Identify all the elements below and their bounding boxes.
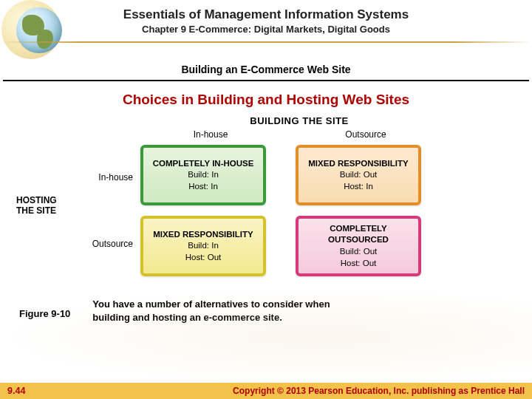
matrix-left-axis-label: HOSTING THE SITE xyxy=(16,195,75,216)
cell-line: Host: Out xyxy=(143,252,263,264)
cell-completely-inhouse: COMPLETELY IN-HOUSE Build: In Host: In xyxy=(140,145,266,205)
chapter-title: Chapter 9 E-Commerce: Digital Markets, D… xyxy=(0,24,532,35)
cell-title: MIXED RESPONSIBILITY xyxy=(299,158,418,170)
matrix-top-axis-label: BUILDING THE SITE xyxy=(126,115,473,126)
footer-bar: 9.44 Copyright © 2013 Pearson Education,… xyxy=(0,383,532,399)
cell-line: Host: Out xyxy=(299,258,418,270)
cell-title: COMPLETELY OUTSOURCED xyxy=(299,223,418,246)
row-header-inhouse: In-house xyxy=(59,163,140,192)
slide-header: Essentials of Management Information Sys… xyxy=(0,0,532,61)
cell-line: Host: In xyxy=(299,181,418,193)
page-number: 9.44 xyxy=(7,386,25,396)
figure-caption: You have a number of alternatives to con… xyxy=(92,298,358,324)
col-header-inhouse: In-house xyxy=(148,129,273,140)
cell-title: COMPLETELY IN-HOUSE xyxy=(143,158,263,170)
col-header-outsource: Outsource xyxy=(303,129,429,140)
cell-line: Build: Out xyxy=(299,246,418,258)
header-divider xyxy=(0,41,532,43)
cell-line: Build: In xyxy=(143,240,263,252)
matrix: BUILDING THE SITE In-house Outsource HOS… xyxy=(59,115,473,277)
book-title: Essentials of Management Information Sys… xyxy=(0,7,532,22)
cell-line: Build: Out xyxy=(299,169,418,181)
slide-title: Choices in Building and Hosting Web Site… xyxy=(0,92,532,108)
cell-mixed-build-out: MIXED RESPONSIBILITY Build: Out Host: In xyxy=(296,145,421,205)
row-header-outsource: Outsource xyxy=(59,229,140,259)
section-title: Building an E-Commerce Web Site xyxy=(3,61,529,81)
cell-completely-outsourced: COMPLETELY OUTSOURCED Build: Out Host: O… xyxy=(296,216,421,276)
cell-title: MIXED RESPONSIBILITY xyxy=(143,229,263,241)
cell-line: Host: In xyxy=(143,181,263,193)
globe-graphic xyxy=(6,3,72,55)
figure-number: Figure 9-10 xyxy=(19,308,70,319)
copyright-text: Copyright © 2013 Pearson Education, Inc.… xyxy=(233,386,525,396)
cell-mixed-host-out: MIXED RESPONSIBILITY Build: In Host: Out xyxy=(140,216,266,276)
cell-line: Build: In xyxy=(143,169,263,181)
